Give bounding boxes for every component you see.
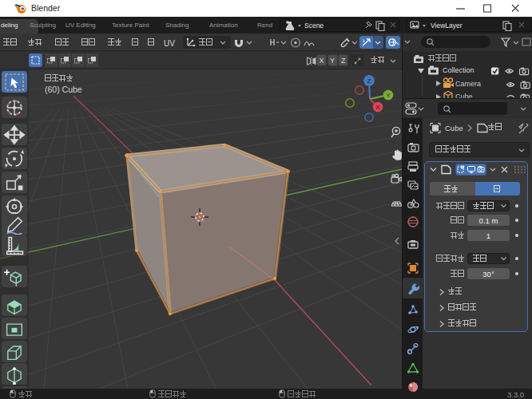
svg-text:(60) Cube: (60) Cube (45, 85, 82, 94)
svg-text:Y: Y (386, 92, 391, 99)
svg-text:X: X (375, 104, 380, 111)
svg-text:Z: Z (367, 77, 371, 85)
